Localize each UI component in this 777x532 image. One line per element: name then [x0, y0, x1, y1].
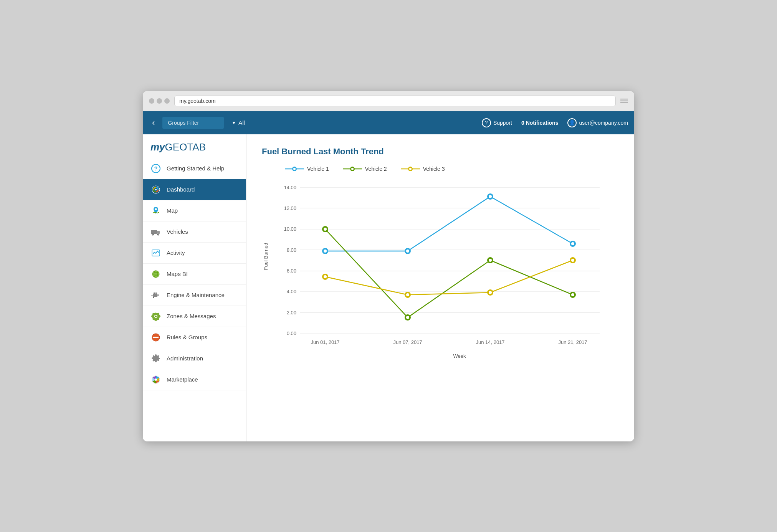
logo-area: myGEOTAB: [143, 134, 246, 158]
svg-point-33: [351, 168, 354, 170]
sidebar-item-vehicles[interactable]: Vehicles: [143, 221, 246, 243]
svg-point-62: [489, 195, 492, 198]
svg-rect-18: [154, 292, 155, 294]
svg-rect-20: [151, 295, 153, 296]
browser-window: my.geotab.com ‹ ▼ All ? Support 0 Notifi…: [143, 91, 634, 441]
y-axis-label: Fuel Burned: [263, 243, 269, 270]
gear-icon: [150, 353, 161, 364]
user-menu-button[interactable]: 👤 user@company.com: [567, 118, 628, 127]
browser-dot-close[interactable]: [149, 98, 154, 104]
svg-text:Jun 14, 2017: Jun 14, 2017: [476, 339, 504, 345]
svg-point-36: [409, 168, 412, 170]
svg-text:Jun 01, 2017: Jun 01, 2017: [311, 339, 339, 345]
chevron-down-icon: ▼: [231, 120, 236, 126]
top-bar: ‹ ▼ All ? Support 0 Notifications 👤 user…: [143, 111, 634, 134]
chart-title: Fuel Burned Last Month Trend: [262, 147, 619, 157]
svg-point-27: [155, 378, 157, 381]
content-area: Fuel Burned Last Month Trend Vehicle 1: [246, 134, 634, 441]
sidebar-item-getting-started[interactable]: ? Getting Started & Help: [143, 158, 246, 179]
browser-dot-maximize[interactable]: [164, 98, 170, 104]
engine-icon: [150, 290, 161, 301]
browser-menu-button[interactable]: [620, 99, 628, 103]
gear-circle-icon: [150, 311, 161, 322]
sidebar-item-maps-bi[interactable]: Maps BI: [143, 264, 246, 285]
svg-text:8.00: 8.00: [287, 247, 296, 253]
groups-all-dropdown[interactable]: ▼ All: [231, 119, 245, 126]
svg-point-70: [489, 259, 492, 262]
sidebar-item-rules-groups[interactable]: Rules & Groups: [143, 327, 246, 348]
svg-rect-21: [153, 297, 154, 298]
svg-point-66: [324, 228, 327, 231]
user-icon: 👤: [567, 118, 577, 127]
sidebar-item-zones-messages[interactable]: Zones & Messages: [143, 306, 246, 327]
colorwheel-icon: [150, 374, 161, 385]
svg-rect-5: [151, 230, 157, 234]
back-button[interactable]: ‹: [149, 116, 158, 129]
legend-vehicle1-label: Vehicle 1: [307, 166, 329, 172]
logo: myGEOTAB: [150, 141, 238, 153]
legend-vehicle2: Vehicle 2: [343, 166, 387, 172]
groups-filter-input[interactable]: [162, 117, 224, 129]
notifications-button[interactable]: 0 Notifications: [521, 120, 558, 126]
svg-point-60: [406, 249, 409, 253]
notifications-label: 0 Notifications: [521, 120, 558, 126]
top-bar-right: ? Support 0 Notifications 👤 user@company…: [482, 118, 628, 127]
sidebar-item-dashboard-label: Dashboard: [167, 186, 195, 193]
sidebar-item-rules-groups-label: Rules & Groups: [167, 334, 207, 340]
sidebar-item-dashboard[interactable]: Dashboard: [143, 179, 246, 200]
sidebar-item-maps-bi-label: Maps BI: [167, 271, 188, 277]
svg-point-9: [152, 234, 153, 235]
support-button[interactable]: ? Support: [482, 118, 512, 127]
dashboard-icon: [150, 184, 161, 195]
sidebar-item-vehicles-label: Vehicles: [167, 228, 188, 235]
truck-icon: [150, 226, 161, 237]
svg-text:Jun 21, 2017: Jun 21, 2017: [558, 339, 587, 345]
browser-dot-minimize[interactable]: [157, 98, 162, 104]
svg-point-3: [155, 189, 157, 190]
svg-text:?: ?: [154, 165, 158, 172]
sidebar-item-getting-started-label: Getting Started & Help: [167, 165, 224, 172]
sidebar-item-engine-maintenance[interactable]: Engine & Maintenance: [143, 285, 246, 306]
sidebar-item-map-label: Map: [167, 207, 178, 214]
svg-text:Jun 07, 2017: Jun 07, 2017: [393, 339, 422, 345]
sidebar-item-activity[interactable]: Activity: [143, 243, 246, 264]
chart-legend: Vehicle 1 Vehicle 2: [285, 166, 619, 172]
no-sign-icon: [150, 332, 161, 343]
sidebar-item-marketplace-label: Marketplace: [167, 376, 198, 383]
browser-url-bar[interactable]: my.geotab.com: [174, 96, 616, 106]
x-axis-label: Week: [300, 353, 619, 359]
legend-vehicle2-label: Vehicle 2: [365, 166, 387, 172]
browser-dots: [149, 98, 170, 104]
sidebar-item-administration[interactable]: Administration: [143, 348, 246, 369]
sidebar-item-zones-messages-label: Zones & Messages: [167, 313, 216, 319]
legend-vehicle1: Vehicle 1: [285, 166, 329, 172]
svg-point-4: [155, 208, 157, 210]
sidebar-item-marketplace[interactable]: Marketplace: [143, 369, 246, 390]
svg-rect-17: [157, 294, 159, 296]
svg-point-76: [406, 293, 409, 296]
svg-point-72: [571, 293, 574, 296]
user-email-label: user@company.com: [579, 120, 628, 126]
svg-point-23: [155, 316, 157, 317]
svg-point-30: [293, 168, 296, 170]
map-icon: [150, 205, 161, 216]
logo-geotab: GEOTAB: [165, 141, 206, 153]
browser-chrome: my.geotab.com: [143, 91, 634, 111]
svg-point-11: [158, 234, 159, 235]
sidebar-item-administration-label: Administration: [167, 355, 203, 362]
main-area: myGEOTAB ? Getting Started & Help: [143, 134, 634, 441]
svg-point-80: [571, 259, 574, 262]
svg-point-78: [489, 291, 492, 294]
all-dropdown-label: All: [238, 119, 245, 126]
svg-text:12.00: 12.00: [284, 205, 296, 211]
app-container: ‹ ▼ All ? Support 0 Notifications 👤 user…: [143, 111, 634, 441]
question-icon: ?: [150, 163, 161, 174]
logo-my: my: [150, 141, 165, 153]
svg-point-74: [324, 275, 327, 278]
sidebar: myGEOTAB ? Getting Started & Help: [143, 134, 246, 441]
svg-rect-16: [153, 294, 157, 297]
sidebar-item-map[interactable]: Map: [143, 200, 246, 221]
svg-point-64: [571, 242, 574, 245]
svg-text:4.00: 4.00: [287, 289, 296, 294]
svg-text:14.00: 14.00: [284, 185, 296, 190]
